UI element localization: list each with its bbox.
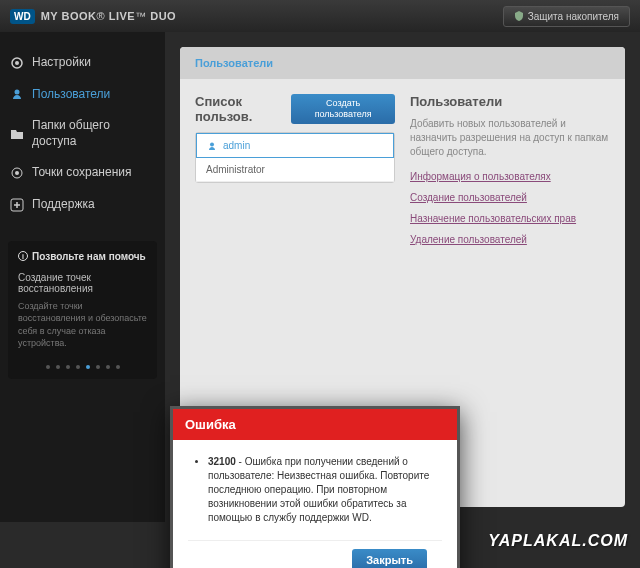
svg-text:i: i bbox=[22, 253, 24, 260]
help-description: Создайте точки восстановления и обезопас… bbox=[18, 300, 147, 350]
user-row[interactable]: admin bbox=[196, 133, 394, 158]
help-title: i Позвольте нам помочь bbox=[18, 251, 147, 262]
link-delete-users[interactable]: Удаление пользователей bbox=[410, 234, 610, 245]
target-icon bbox=[10, 166, 24, 180]
shield-icon bbox=[514, 11, 524, 21]
help-widget: i Позвольте нам помочь Создание точек во… bbox=[8, 241, 157, 379]
svg-point-4 bbox=[15, 171, 19, 175]
sidebar-item-users[interactable]: Пользователи bbox=[0, 79, 165, 111]
protect-drive-button[interactable]: Защита накопителя bbox=[503, 6, 630, 27]
user-list: admin Administrator bbox=[195, 132, 395, 183]
brand-logo: WD bbox=[10, 9, 35, 24]
link-assign-rights[interactable]: Назначение пользовательских прав bbox=[410, 213, 610, 224]
dialog-body: 32100 - Ошибка при получении сведений о … bbox=[173, 440, 457, 540]
error-dialog: Ошибка 32100 - Ошибка при получении свед… bbox=[170, 406, 460, 568]
svg-point-2 bbox=[15, 90, 20, 95]
user-row[interactable]: Administrator bbox=[196, 158, 394, 182]
info-column: Пользователи Добавить новых пользователе… bbox=[410, 94, 610, 255]
folder-icon bbox=[10, 127, 24, 141]
plus-icon bbox=[10, 198, 24, 212]
user-list-title: Список пользов. bbox=[195, 94, 291, 124]
product-name: MY BOOK® LIVE™ DUO bbox=[41, 10, 177, 22]
user-icon bbox=[207, 141, 217, 151]
users-icon bbox=[10, 87, 24, 101]
info-title: Пользователи bbox=[410, 94, 502, 109]
user-list-column: Список пользов. Создать пользователя adm… bbox=[195, 94, 395, 255]
link-create-users[interactable]: Создание пользователей bbox=[410, 192, 610, 203]
carousel-dots[interactable] bbox=[18, 365, 147, 369]
sidebar-item-support[interactable]: Поддержка bbox=[0, 189, 165, 221]
link-user-info[interactable]: Информация о пользователях bbox=[410, 171, 610, 182]
gear-icon bbox=[10, 56, 24, 70]
help-subtitle: Создание точек восстановления bbox=[18, 272, 147, 294]
sidebar: Настройки Пользователи Папки общего дост… bbox=[0, 32, 165, 522]
close-button[interactable]: Закрыть bbox=[352, 549, 427, 568]
info-icon: i bbox=[18, 251, 28, 261]
svg-point-8 bbox=[210, 142, 214, 146]
panel-breadcrumb: Пользователи bbox=[180, 47, 625, 79]
sidebar-item-settings[interactable]: Настройки bbox=[0, 47, 165, 79]
watermark: YAPLAKAL.COM bbox=[488, 532, 628, 550]
app-header: WD MY BOOK® LIVE™ DUO Защита накопителя bbox=[0, 0, 640, 32]
logo-area: WD MY BOOK® LIVE™ DUO bbox=[10, 9, 176, 24]
dialog-title: Ошибка bbox=[173, 409, 457, 440]
svg-point-1 bbox=[15, 61, 19, 65]
create-user-button[interactable]: Создать пользователя bbox=[291, 94, 395, 124]
sidebar-item-safepoints[interactable]: Точки сохранения bbox=[0, 157, 165, 189]
sidebar-item-shares[interactable]: Папки общего доступа bbox=[0, 110, 165, 157]
info-description: Добавить новых пользователей и назначить… bbox=[410, 117, 610, 159]
